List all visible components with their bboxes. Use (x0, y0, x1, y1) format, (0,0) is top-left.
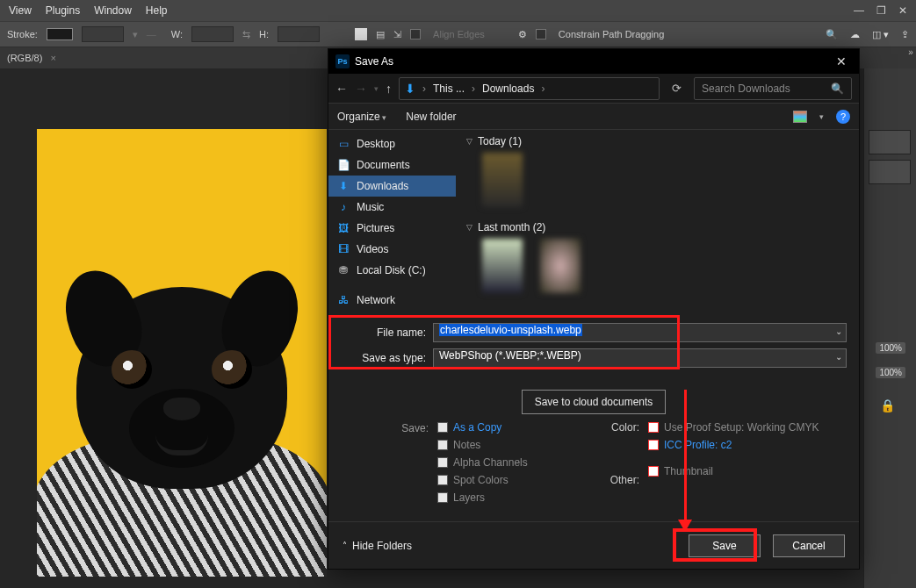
tree-network[interactable]: 🖧Network (328, 290, 456, 311)
artboard (37, 129, 327, 577)
save-as-type-select[interactable]: WebPShop (*.WEBP;*.WEBP)⌄ (433, 348, 847, 368)
collapse-icon[interactable]: ▽ (466, 137, 472, 146)
search-input[interactable]: Search Downloads 🔍 (694, 77, 852, 100)
gear-icon[interactable]: ⚙ (518, 29, 527, 40)
annotation-arrow (684, 390, 687, 521)
refresh-icon[interactable]: ⟳ (667, 82, 687, 95)
chevron-right-icon: › (422, 82, 426, 95)
search-icon[interactable]: 🔍 (826, 29, 838, 40)
icc-checkbox[interactable] (648, 440, 659, 450)
link-wh-icon[interactable]: ⇆ (242, 29, 250, 40)
save-as-dialog: Ps Save As ✕ ← → ▾ ↑ ⬇ › This ... › Down… (328, 49, 859, 569)
stroke-swatch[interactable] (47, 28, 73, 40)
dialog-titlebar[interactable]: Ps Save As ✕ (328, 49, 859, 74)
tree-downloads[interactable]: ⬇Downloads (328, 176, 456, 197)
constrain-checkbox[interactable] (536, 29, 546, 39)
minimize-icon[interactable]: — (854, 4, 864, 17)
opacity-badge: 100% (876, 342, 905, 354)
menu-help[interactable]: Help (146, 4, 168, 17)
right-panel-dock (863, 68, 916, 588)
save-to-cloud-button[interactable]: Save to cloud documents (522, 390, 667, 414)
lock-icon[interactable]: 🔒 (880, 398, 895, 412)
network-icon: 🖧 (337, 294, 350, 306)
workspace-icon[interactable]: ◫ ▾ (872, 29, 889, 40)
file-thumb[interactable] (482, 153, 523, 207)
tree-pictures[interactable]: 🖼Pictures (328, 218, 456, 239)
document-tab[interactable]: (RGB/8) × (0, 53, 63, 63)
icc-profile-link[interactable]: ICC Profile: c2 (664, 439, 732, 451)
share-icon[interactable]: ☁ (850, 29, 860, 40)
file-name-input[interactable]: charlesdeluvio-unsplash.webp⌄ (433, 323, 847, 342)
width-label: W: (171, 29, 183, 39)
color-label: Color: (587, 421, 639, 434)
menu-view[interactable]: View (9, 4, 32, 17)
music-icon: ♪ (337, 201, 350, 213)
new-folder-button[interactable]: New folder (406, 111, 456, 123)
save-as-type-value: WebPShop (*.WEBP;*.WEBP) (439, 349, 581, 362)
collapse-icon[interactable]: ▽ (466, 223, 472, 232)
file-thumb[interactable] (540, 239, 581, 293)
tree-label: Downloads (357, 180, 408, 192)
as-a-copy-link[interactable]: As a Copy (453, 421, 501, 434)
layers-checkbox (437, 492, 448, 503)
cancel-button[interactable]: Cancel (773, 534, 845, 557)
breadcrumb-this-pc[interactable]: This ... (433, 82, 465, 95)
ps-icon: Ps (335, 54, 350, 68)
width-field[interactable] (191, 26, 234, 42)
stroke-width-field[interactable] (82, 26, 124, 42)
dialog-close-icon[interactable]: ✕ (831, 54, 852, 68)
panel-thumb[interactable] (869, 130, 911, 154)
dialog-footer: ˄ Hide Folders Save Cancel (328, 521, 859, 569)
help-icon[interactable]: ? (836, 110, 850, 124)
export-icon[interactable]: ⇪ (901, 29, 909, 40)
tree-music[interactable]: ♪Music (328, 197, 456, 218)
nav-recent-icon[interactable]: ▾ (374, 84, 379, 93)
proof-label: Use Proof Setup: Working CMYK (664, 421, 819, 434)
tree-desktop[interactable]: ▭Desktop (328, 133, 456, 154)
constrain-label: Constrain Path Dragging (559, 29, 664, 39)
as-a-copy-checkbox[interactable] (437, 422, 448, 433)
tab-close-icon[interactable]: × (50, 53, 55, 63)
close-icon[interactable]: ✕ (898, 4, 907, 17)
dropdown-icon[interactable]: ⌄ (835, 326, 842, 336)
tree-videos[interactable]: 🎞Videos (328, 239, 456, 260)
organize-button[interactable]: Organize (337, 111, 386, 123)
menu-plugins[interactable]: Plugins (46, 4, 80, 17)
nav-forward-icon[interactable]: → (355, 82, 367, 96)
height-field[interactable] (278, 26, 320, 42)
tree-local-disk[interactable]: ⛃Local Disk (C:) (328, 260, 456, 281)
dropdown-icon[interactable]: ⌄ (835, 352, 842, 362)
file-thumb[interactable] (482, 239, 523, 293)
menu-window[interactable]: Window (94, 4, 132, 17)
downloads-icon: ⬇ (405, 82, 415, 96)
tree-label: Desktop (357, 138, 395, 150)
folder-tree: ▭Desktop 📄Documents ⬇Downloads ♪Music 🖼P… (328, 130, 456, 319)
save-label: Save: (341, 422, 429, 434)
align-icon[interactable]: ▤ (376, 29, 385, 40)
nav-back-icon[interactable]: ← (335, 82, 348, 96)
videos-icon: 🎞 (337, 243, 350, 255)
group-last-month: Last month (2) (478, 221, 545, 233)
panel-thumb[interactable] (869, 160, 911, 184)
hide-folders-button[interactable]: ˄ Hide Folders (343, 540, 412, 552)
tree-documents[interactable]: 📄Documents (328, 154, 456, 176)
restore-icon[interactable]: ❐ (876, 4, 886, 17)
breadcrumb-downloads[interactable]: Downloads (482, 82, 534, 95)
panel-collapse-icon[interactable]: » (905, 47, 916, 61)
fill-badge: 100% (876, 367, 905, 378)
layers-label: Layers (453, 491, 485, 504)
shape-icon[interactable] (355, 28, 367, 40)
view-mode-icon[interactable] (793, 111, 807, 123)
file-list[interactable]: ▽Today (1) ▽Last month (2) (456, 130, 859, 319)
thumbnail-checkbox (648, 466, 659, 477)
other-label: Other: (587, 474, 639, 486)
annotation-save-highlight (673, 528, 757, 562)
address-bar[interactable]: ⬇ › This ... › Downloads › (399, 77, 660, 100)
desktop-icon: ▭ (337, 138, 350, 150)
notes-label: Notes (453, 439, 480, 451)
nav-up-icon[interactable]: ↑ (386, 82, 392, 96)
tree-label: Network (357, 294, 395, 306)
arrange-icon[interactable]: ⇲ (393, 29, 401, 40)
view-mode-dropdown-icon[interactable]: ▾ (819, 112, 824, 121)
align-edges-checkbox[interactable] (410, 29, 421, 39)
